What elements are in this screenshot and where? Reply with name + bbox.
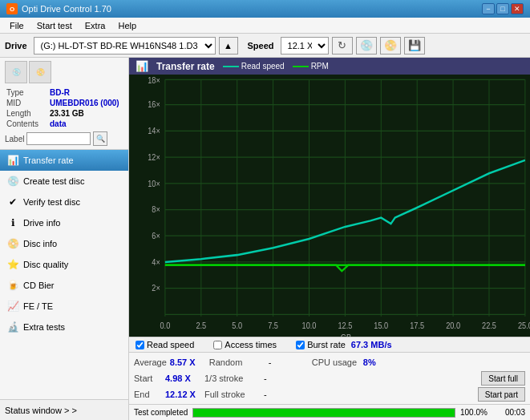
data-rows-container: Average 8.57 X Random - CPU usage 8% Sta… (129, 352, 530, 404)
nav-item-transfer-rate[interactable]: 📊Transfer rate (0, 150, 128, 171)
svg-text:17.5: 17.5 (410, 321, 424, 330)
nav-item-create-test-disc[interactable]: 💿Create test disc (0, 171, 128, 192)
disc-type-icon: 💿 (5, 61, 27, 83)
end-label: End (134, 390, 162, 399)
svg-text:22.5: 22.5 (482, 321, 496, 330)
save-button[interactable]: 💾 (404, 37, 425, 55)
nav-item-verify-test-disc[interactable]: ✔Verify test disc (0, 192, 128, 212)
svg-text:2.5: 2.5 (196, 321, 206, 330)
svg-text:0.0: 0.0 (160, 321, 171, 330)
legend-rpm-color (293, 66, 309, 67)
type-value: BD-R (50, 88, 122, 97)
eject-button[interactable]: ▲ (219, 37, 238, 55)
svg-text:2×: 2× (152, 284, 160, 293)
read-speed-checkbox[interactable] (136, 341, 144, 349)
svg-text:25.0: 25.0 (518, 321, 530, 330)
nav-item-cd-bier[interactable]: 🍺CD Bier (0, 275, 128, 296)
chart-header: 📊 Transfer rate Read speed RPM (129, 58, 530, 75)
average-label: Average (134, 357, 167, 367)
svg-text:12.5: 12.5 (338, 321, 352, 330)
disc2-button[interactable]: 📀 (380, 37, 401, 55)
disc-quality-label: Disc quality (23, 260, 68, 269)
extra-tests-label: Extra tests (23, 322, 65, 332)
burst-rate-value: 67.3 MB/s (351, 340, 392, 349)
svg-text:14×: 14× (148, 126, 160, 135)
menu-item-extra[interactable]: Extra (79, 19, 112, 32)
read-speed-checkbox-group: Read speed (136, 340, 194, 349)
nav-items: 📊Transfer rate💿Create test disc✔Verify t… (0, 150, 128, 399)
type-label: Type (6, 88, 48, 97)
label-input[interactable] (26, 132, 91, 145)
minimize-button[interactable]: − (482, 3, 495, 14)
svg-text:20.0: 20.0 (446, 321, 460, 330)
svg-text:7.5: 7.5 (268, 321, 278, 330)
disc-button[interactable]: 💿 (356, 37, 377, 55)
right-content: 📊 Transfer rate Read speed RPM (129, 58, 530, 420)
speed-select[interactable]: 12.1 X ▾ (281, 37, 329, 55)
maximize-button[interactable]: □ (496, 3, 509, 14)
label-search-button[interactable]: 🔍 (93, 131, 107, 146)
extra-tests-icon: 🔬 (6, 321, 19, 333)
full-stroke-label: Full stroke (204, 390, 261, 399)
svg-text:16×: 16× (148, 100, 160, 110)
label-row: Label 🔍 (5, 131, 123, 146)
drive-info-label: Drive info (23, 218, 60, 228)
menu-item-start-test[interactable]: Start test (30, 19, 79, 32)
stroke13-value: - (264, 374, 280, 383)
cpu-usage-label: CPU usage (312, 357, 360, 367)
close-button[interactable]: ✕ (511, 3, 524, 14)
refresh-button[interactable]: ↻ (332, 37, 353, 55)
menu-item-help[interactable]: Help (111, 19, 143, 32)
label-label: Label (5, 135, 24, 143)
fe-te-icon: 📈 (6, 300, 19, 313)
nav-item-disc-info[interactable]: 📀Disc info (0, 233, 128, 254)
burst-rate-checkbox-label: Burst rate (307, 340, 346, 349)
burst-rate-checkbox-group: Burst rate 67.3 MB/s (296, 340, 391, 349)
progress-bar-fill (193, 409, 455, 417)
status-window-label: Status window > > (5, 406, 77, 415)
menu-item-file[interactable]: File (3, 19, 30, 32)
nav-item-fe-te[interactable]: 📈FE / TE (0, 296, 128, 317)
status-window[interactable]: Status window > > (0, 399, 128, 420)
create-test-disc-icon: 💿 (6, 175, 19, 188)
svg-text:4×: 4× (152, 257, 160, 267)
status-text: Test completed (134, 408, 188, 417)
nav-item-disc-quality[interactable]: ⭐Disc quality (0, 254, 128, 275)
svg-text:5.0: 5.0 (232, 321, 242, 330)
random-label: Random (209, 357, 265, 367)
burst-rate-checkbox[interactable] (296, 341, 305, 349)
start-part-button[interactable]: Start part (478, 387, 525, 402)
progress-percent: 100.0% (460, 408, 492, 417)
end-value: 12.12 X (165, 390, 201, 399)
start-full-button[interactable]: Start full (481, 371, 525, 386)
contents-value: data (50, 119, 122, 128)
legend-rpm-label: RPM (311, 62, 329, 71)
random-value: - (269, 357, 285, 367)
title-bar: O Opti Drive Control 1.70 − □ ✕ (0, 0, 530, 18)
access-times-checkbox-group: Access times (213, 340, 277, 349)
legend-read-speed-label: Read speed (241, 62, 285, 71)
disc-info-label: Disc info (23, 239, 57, 248)
app-icon: O (6, 3, 18, 14)
svg-text:8×: 8× (152, 204, 160, 214)
cpu-usage-value: 8% (363, 357, 394, 367)
drive-toolbar: Drive (G:) HL-DT-ST BD-RE WH16NS48 1.D3 … (0, 34, 530, 58)
speed-label: Speed (248, 41, 274, 50)
nav-item-extra-tests[interactable]: 🔬Extra tests (0, 317, 128, 337)
full-stroke-value: - (264, 390, 280, 399)
svg-text:10.0: 10.0 (302, 321, 317, 330)
length-label: Length (6, 109, 48, 118)
drive-select[interactable]: (G:) HL-DT-ST BD-RE WH16NS48 1.D3 (34, 37, 216, 55)
verify-test-disc-icon: ✔ (6, 196, 19, 208)
average-row: Average 8.57 X Random - CPU usage 8% (134, 354, 525, 370)
nav-item-drive-info[interactable]: ℹDrive info (0, 212, 128, 233)
stats-row: Read speed Access times Burst rate 67.3 … (129, 337, 530, 352)
main-content: 💿 📀 Type BD-R MID UMEBDR016 (000) Length… (0, 58, 530, 420)
legend-read-speed: Read speed (223, 62, 285, 71)
disc-length-row: Length 23.31 GB (6, 109, 122, 118)
progress-bar-row: Test completed 100.0% 00:03 (129, 404, 530, 420)
length-value: 23.31 GB (50, 109, 122, 118)
disc-type-row: Type BD-R (6, 88, 122, 97)
legend-rpm: RPM (293, 62, 329, 71)
access-times-checkbox[interactable] (213, 341, 222, 349)
